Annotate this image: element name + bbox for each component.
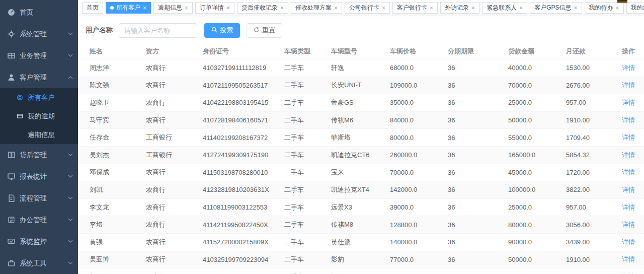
cell-funder: 农商行 — [146, 203, 203, 212]
sidebar-item-流程管理[interactable]: 流程管理 — [0, 187, 78, 209]
table-row: 刘凯农商行41232819810203631X二手车凯迪拉克XT4142000.… — [78, 181, 644, 199]
cell-monthly: 1910.00 — [566, 256, 612, 263]
sidebar-item-报表统计[interactable]: 报表统计 — [0, 166, 78, 187]
sidebar-subitem-所有客户[interactable]: 所有客户 — [0, 88, 78, 107]
close-icon[interactable]: × — [382, 5, 385, 11]
close-icon[interactable]: × — [280, 5, 284, 11]
cell-price: 142000.0 — [390, 186, 448, 193]
tab-逾期信息[interactable]: 逾期信息× — [153, 2, 193, 14]
tab-订单详情[interactable]: 订单详情× — [195, 2, 234, 14]
cell-funder: 农商行 — [146, 81, 203, 90]
cell-model: 轩逸 — [331, 63, 390, 73]
detail-link[interactable]: 详情 — [622, 133, 635, 141]
close-icon[interactable]: × — [143, 5, 146, 11]
cell-funder: 农商行 — [146, 168, 203, 177]
sidebar-item-label: 客户管理 — [20, 73, 47, 82]
cell-loan: 25000.0 — [508, 99, 566, 106]
sidebar-item-首页[interactable]: 首页 — [0, 2, 78, 23]
cell-price: 80000.0 — [390, 134, 448, 142]
sidebar-item-label: 系统管理 — [20, 30, 47, 39]
tab-bar: 首页所有客户×逾期信息×订单详情×贷后催收记录×催收处理方案×公司银行卡×客户银… — [78, 0, 644, 15]
tab-我的待办[interactable]: 我的待办× — [585, 2, 624, 14]
cell-vehicle_type: 二手车 — [284, 116, 331, 125]
cell-monthly: 3056.00 — [566, 221, 612, 229]
table-row: 吴亚博农商行410325199709223094二手车影豹77000.03650… — [78, 251, 644, 269]
cell-loan: 100000.0 — [508, 186, 566, 193]
tab-label: 贷后催收记录 — [242, 3, 278, 13]
sidebar-item-业务管理[interactable]: 业务管理 — [0, 45, 78, 66]
sidebar-item-label: 系统监控 — [20, 237, 47, 246]
close-icon[interactable]: × — [185, 5, 188, 11]
detail-link[interactable]: 详情 — [622, 81, 635, 89]
cell-action: 详情 — [612, 116, 635, 125]
cell-id_no: 41232819810203631X — [203, 186, 284, 193]
sidebar-item-系统管理[interactable]: 系统管理 — [0, 23, 78, 45]
reset-button[interactable]: 重置 — [247, 23, 282, 38]
close-icon[interactable]: × — [226, 5, 230, 11]
cell-model: 传祺M6 — [331, 116, 390, 125]
sidebar-item-系统工具[interactable]: 系统工具 — [0, 252, 78, 274]
cell-vehicle_type: 二手车 — [284, 185, 331, 194]
close-icon[interactable]: × — [616, 5, 619, 11]
cell-action: 详情 — [612, 255, 635, 264]
close-icon[interactable]: × — [574, 5, 577, 11]
tab-贷后催收记录[interactable]: 贷后催收记录× — [237, 2, 288, 14]
cell-vehicle_type: 二手车 — [284, 98, 331, 107]
detail-link[interactable]: 详情 — [622, 221, 635, 228]
tab-label: 首页 — [87, 3, 99, 13]
tab-紧急联系人[interactable]: 紧急联系人× — [482, 2, 527, 14]
cell-id_no: 410721199505263517 — [203, 82, 284, 89]
cell-vehicle_type: 二手车 — [284, 255, 331, 264]
tab-我的流程[interactable]: 我的流程× — [626, 2, 644, 14]
detail-link[interactable]: 详情 — [622, 238, 635, 246]
cell-loan: 25000.0 — [508, 203, 566, 211]
cell-price: 84000.0 — [390, 116, 448, 124]
sidebar-item-系统监控[interactable]: 系统监控 — [0, 231, 78, 252]
detail-link[interactable]: 详情 — [622, 255, 635, 263]
cutoff-artifact — [617, 0, 627, 3]
sidebar-subitem-label: 我的逾期 — [28, 112, 55, 121]
tab-客户GPS信息[interactable]: 客户GPS信息× — [530, 2, 582, 14]
detail-link[interactable]: 详情 — [622, 151, 635, 159]
close-icon[interactable]: × — [334, 5, 338, 11]
detail-link[interactable]: 详情 — [622, 186, 635, 193]
search-button[interactable]: 搜索 — [204, 23, 240, 38]
sidebar-item-办公管理[interactable]: 办公管理 — [0, 209, 78, 231]
chevron-down-icon — [68, 240, 73, 243]
column-header-term: 分期期限 — [448, 47, 508, 56]
sidebar-subitem-我的逾期[interactable]: 我的逾期 — [0, 107, 78, 125]
tab-所有客户[interactable]: 所有客户× — [106, 2, 151, 14]
cell-model: 帝豪GS — [331, 98, 390, 107]
detail-link[interactable]: 详情 — [622, 64, 635, 72]
tab-客户银行卡[interactable]: 客户银行卡× — [392, 2, 438, 14]
detail-link[interactable]: 详情 — [622, 203, 635, 211]
gear-icon — [8, 30, 15, 38]
cell-loan: 45000.0 — [508, 169, 566, 176]
close-icon[interactable]: × — [471, 5, 475, 11]
cell-price: 39000.0 — [390, 203, 448, 211]
detail-link[interactable]: 详情 — [622, 168, 635, 176]
detail-link[interactable]: 详情 — [622, 99, 635, 106]
search-input[interactable] — [119, 23, 197, 38]
close-icon[interactable]: × — [519, 5, 523, 11]
cell-name: 邓保成 — [90, 168, 146, 177]
tab-催收处理方案[interactable]: 催收处理方案× — [291, 2, 342, 14]
tab-公司银行卡[interactable]: 公司银行卡× — [345, 2, 390, 14]
tab-首页[interactable]: 首页 — [82, 2, 103, 14]
cell-id_no: 41142119950822450X — [203, 221, 284, 229]
chevron-down-icon — [68, 196, 73, 200]
detail-link[interactable]: 详情 — [622, 116, 635, 124]
close-icon[interactable]: × — [430, 5, 433, 11]
reset-button-label: 重置 — [262, 26, 275, 35]
sidebar-item-客户管理[interactable]: 客户管理 — [0, 66, 78, 88]
sidebar-item-贷后管理[interactable]: 贷后管理 — [0, 144, 78, 166]
cell-loan: 70000.0 — [508, 82, 566, 89]
sidebar-subitem-逾期信息[interactable]: 逾期信息 — [0, 125, 78, 144]
cell-name: 赵晓卫 — [90, 98, 146, 107]
cell-model: 远景X3 — [331, 203, 390, 212]
cell-loan: 90000.0 — [508, 238, 566, 246]
cell-price: 109000.0 — [390, 82, 448, 89]
cell-term: 36 — [448, 238, 508, 246]
tab-外访记录[interactable]: 外访记录× — [440, 2, 479, 14]
cell-term: 36 — [448, 186, 508, 193]
